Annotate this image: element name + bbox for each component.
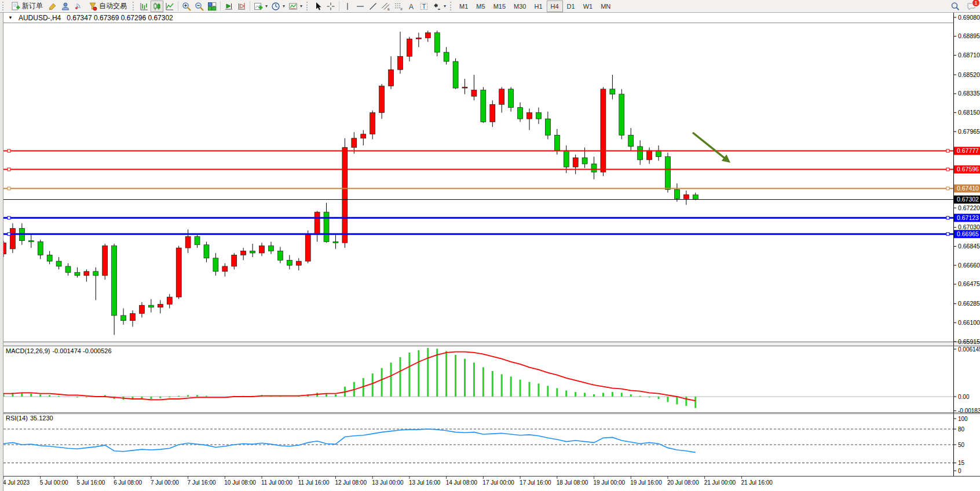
- periods-button[interactable]: ▾: [269, 1, 287, 12]
- price-axis-tick-label: 0.68150: [958, 109, 980, 116]
- zoom-out-button[interactable]: [193, 1, 206, 12]
- bar-chart-icon: [140, 2, 149, 11]
- tile-windows-button[interactable]: [206, 1, 218, 12]
- window-left-edge: [0, 13, 3, 491]
- cursor-icon: [313, 2, 323, 11]
- bar-chart-button[interactable]: [138, 1, 151, 12]
- candle-body: [656, 151, 661, 157]
- macd-values: -0.001474 -0.000526: [52, 347, 111, 354]
- toolbar-grip[interactable]: [133, 2, 135, 10]
- candle-body: [370, 113, 375, 134]
- chart-canvas[interactable]: 0.690800.688950.687100.685200.683350.681…: [0, 0, 980, 491]
- candle-body: [527, 113, 532, 119]
- candle-body: [601, 89, 606, 172]
- macd-title: MACD(12,26,9): [6, 347, 50, 354]
- date-axis-label: 14 Jul 08:00: [446, 479, 478, 486]
- toolbar-grip[interactable]: [2, 2, 5, 10]
- candle-body: [628, 135, 634, 146]
- text-button[interactable]: A: [405, 1, 418, 12]
- timeframe-button-d1[interactable]: D1: [563, 1, 579, 12]
- rsi-label: RSI(14)35.1230: [6, 415, 56, 422]
- line-handle[interactable]: [8, 233, 10, 236]
- level-price-tag-label: 0.67596: [957, 166, 979, 173]
- templates-button[interactable]: ▾: [287, 1, 304, 12]
- indicators-button[interactable]: ▾: [252, 1, 269, 12]
- text-label-button[interactable]: T: [418, 1, 430, 12]
- date-axis-label: 7 Jul 00:00: [151, 479, 179, 486]
- timeframe-button-h1[interactable]: H1: [530, 1, 546, 12]
- line-handle[interactable]: [8, 217, 10, 219]
- auto-scroll-button[interactable]: [222, 1, 235, 12]
- candle-body: [647, 151, 652, 160]
- price-axis-tick-label: 0.68710: [958, 52, 980, 58]
- candle-body: [47, 255, 52, 261]
- line-handle[interactable]: [8, 168, 10, 171]
- fibonacci-button[interactable]: F: [392, 1, 405, 12]
- vertical-line-button[interactable]: [341, 1, 354, 12]
- timeframe-button-m1[interactable]: M1: [455, 1, 472, 12]
- crosshair-button[interactable]: [324, 1, 337, 12]
- new-order-button[interactable]: 新订单: [8, 1, 46, 12]
- timeframe-button-m15[interactable]: M15: [489, 1, 510, 12]
- line-chart-icon: [165, 2, 174, 11]
- price-axis-tick-label: 0.66100: [958, 319, 980, 326]
- date-axis-label: 21 Jul 16:00: [741, 479, 773, 486]
- auto-scroll-icon: [224, 2, 233, 11]
- cursor-button[interactable]: [312, 1, 324, 12]
- candle-body: [518, 108, 523, 119]
- toolbar-separator: [220, 1, 221, 11]
- line-handle[interactable]: [946, 168, 949, 171]
- candle-body: [333, 241, 338, 243]
- trendline-button[interactable]: [367, 1, 379, 12]
- periods-icon: [271, 2, 280, 11]
- toolbar-grip[interactable]: [306, 2, 309, 10]
- chart-shift-button[interactable]: [235, 1, 248, 12]
- timeframe-button-m5[interactable]: M5: [472, 1, 489, 12]
- candlestick-chart-button[interactable]: [151, 1, 163, 12]
- date-axis-label: 13 Jul 16:00: [409, 479, 441, 486]
- macd-axis-tick-label: 0.00: [958, 394, 970, 400]
- line-handle[interactable]: [8, 187, 10, 190]
- trading-app: 新订单 自动交易: [0, 0, 980, 491]
- level-price-tag-label: 0.67777: [957, 147, 979, 154]
- chart-menu-dropdown-icon[interactable]: ▼: [8, 15, 13, 20]
- timeframe-button-m30[interactable]: M30: [510, 1, 530, 12]
- timeframe-button-h4[interactable]: H4: [547, 1, 563, 12]
- candle-body: [407, 39, 412, 56]
- timeframe-button-mn[interactable]: MN: [597, 1, 615, 12]
- panel-separator-band[interactable]: [0, 342, 980, 346]
- profile-button[interactable]: [59, 1, 72, 12]
- signal-button[interactable]: [72, 1, 85, 12]
- toolbar-separator: [250, 1, 250, 11]
- arrows-button[interactable]: ▾: [430, 1, 448, 12]
- channel-icon: E: [381, 2, 390, 11]
- candle-body: [397, 56, 403, 69]
- line-chart-button[interactable]: [163, 1, 176, 12]
- auto-trading-button[interactable]: 自动交易: [85, 1, 130, 12]
- price-axis-tick-label: 0.66475: [958, 280, 980, 287]
- candle-body: [167, 297, 172, 304]
- channel-button[interactable]: E: [379, 1, 392, 12]
- candle-body: [674, 189, 679, 199]
- line-handle[interactable]: [8, 149, 10, 152]
- line-handle[interactable]: [946, 149, 949, 152]
- toolbar-separator: [339, 1, 339, 11]
- horizontal-line-button[interactable]: [354, 1, 367, 12]
- timeframe-button-w1[interactable]: W1: [579, 1, 597, 12]
- styler-button[interactable]: [46, 1, 59, 12]
- line-handle[interactable]: [946, 233, 949, 236]
- macd-label: MACD(12,26,9)-0.001474 -0.000526: [6, 347, 114, 354]
- line-handle[interactable]: [946, 217, 949, 219]
- svg-text:T: T: [422, 3, 426, 10]
- price-axis-tick-label: 0.67965: [958, 128, 980, 135]
- tile-windows-icon: [207, 2, 217, 11]
- search-button[interactable]: [949, 1, 961, 12]
- zoom-in-button[interactable]: [180, 1, 193, 12]
- date-axis-label: 5 Jul 00:00: [40, 479, 68, 486]
- notifications-button[interactable]: 1: [965, 1, 978, 12]
- profile-icon: [61, 2, 70, 11]
- toolbar-grip[interactable]: [450, 2, 452, 10]
- candle-body: [277, 251, 283, 260]
- candle-body: [425, 33, 430, 38]
- line-handle[interactable]: [946, 187, 949, 190]
